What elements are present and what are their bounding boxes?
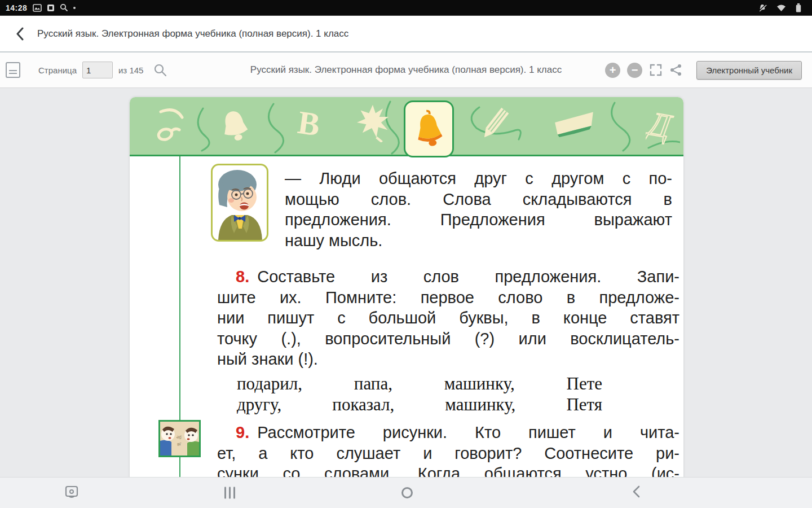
text-line: точку (.), вопросительный (?) или воскли… <box>217 329 679 349</box>
intro-paragraph: — Люди общаются друг с другом с по- мощь… <box>285 168 672 251</box>
letter-v-icon: В <box>290 100 328 146</box>
word-list-line: подарил, папа, машинку, Пете <box>237 373 602 394</box>
exercise-9-first-line: 9.Рассмотрите рисунки. Кто пишет и чита- <box>217 422 679 443</box>
screen: 14:28 Русский язык. Электронная фо <box>0 0 812 508</box>
text-line: — Люди общаются друг с другом с по- <box>285 168 672 189</box>
thumbnails-panel-icon[interactable] <box>6 62 20 78</box>
search-icon[interactable] <box>153 63 167 77</box>
ebook-mode-button[interactable]: Электронный учебник <box>696 61 802 80</box>
recents-button[interactable] <box>224 487 235 499</box>
talking-children-image: аб вг <box>158 420 201 457</box>
page-label: Страница <box>38 65 77 75</box>
bell-icon <box>215 107 255 149</box>
zoom-out-button[interactable]: − <box>627 63 642 78</box>
back-button[interactable] <box>10 24 29 43</box>
svg-text:В: В <box>295 104 322 143</box>
text-line: предложения. Предложения выражают <box>285 209 672 230</box>
text-line: сунки со словами. Когда общаются устно (… <box>217 463 679 477</box>
share-icon[interactable] <box>669 63 683 77</box>
search-notification-icon <box>60 3 68 12</box>
text-line: шите их. Помните: первое слово в предлож… <box>217 287 679 308</box>
status-bar: 14:28 <box>0 0 812 16</box>
word-list: подарил, папа, машинку, Пете другу, пока… <box>237 373 602 415</box>
wifi-icon <box>776 4 786 12</box>
glasses-icon <box>153 105 189 149</box>
svg-text:Д: Д <box>646 104 675 146</box>
pencil-icon <box>476 104 514 147</box>
active-bell-icon <box>412 109 447 150</box>
reader-toolbar: Страница из 145 Русский язык. Электронна… <box>0 52 812 88</box>
teacher-avatar <box>211 164 268 242</box>
android-nav-bar <box>0 477 812 508</box>
open-book-icon <box>551 106 597 144</box>
screenshot-icon[interactable] <box>65 485 78 501</box>
text-line: мощью слов. Слова складываются в <box>285 189 672 210</box>
text-line: ет, а кто слушает и говорит? Соотнесите … <box>217 443 679 464</box>
back-nav-button[interactable] <box>632 485 641 501</box>
exercise-8-number: 8. <box>236 268 249 286</box>
toolbar-book-title: Русский язык. Электронная форма учебника… <box>250 64 562 76</box>
textbook-page: В <box>130 97 683 477</box>
exercise-8: 8.Составьте из слов предложения. Запи- ш… <box>217 266 679 370</box>
clock: 14:28 <box>6 3 27 12</box>
page-viewer: В <box>0 88 812 477</box>
zoom-in-button[interactable]: + <box>605 63 620 78</box>
more-notifications-dot <box>73 7 76 9</box>
exercise-9: 9.Рассмотрите рисунки. Кто пишет и чита-… <box>217 422 679 477</box>
text-line: ный знаки (!). <box>217 349 679 370</box>
page-total-label: из 145 <box>118 65 143 75</box>
text-line: Составьте из слов предложения. Запи- <box>257 268 679 286</box>
app-notification-icon <box>47 4 55 12</box>
fullscreen-icon[interactable] <box>649 63 663 77</box>
text-line: нашу мысль. <box>285 230 672 251</box>
maple-leaf-icon <box>354 103 391 144</box>
word-list-line: другу, показал, машинку, Петя <box>237 394 602 415</box>
page-number-input[interactable] <box>82 62 113 78</box>
app-header: Русский язык. Электронная форма учебника… <box>0 16 812 52</box>
chapter-icon-band: В <box>130 97 683 156</box>
text-line: нии пишут с большой буквы, в конце ставя… <box>217 308 679 329</box>
gallery-notification-icon <box>33 4 42 12</box>
home-button[interactable] <box>401 487 413 498</box>
active-section-tab[interactable] <box>404 100 454 157</box>
exercise-8-first-line: 8.Составьте из слов предложения. Запи- <box>217 266 679 287</box>
exercise-9-number: 9. <box>236 423 249 441</box>
battery-icon <box>796 3 801 12</box>
app-header-title: Русский язык. Электронная форма учебника… <box>37 28 348 40</box>
letter-d-icon: Д <box>646 103 677 148</box>
vibrate-icon <box>758 3 767 12</box>
text-line: Рассмотрите рисунки. Кто пишет и чита- <box>257 423 679 441</box>
